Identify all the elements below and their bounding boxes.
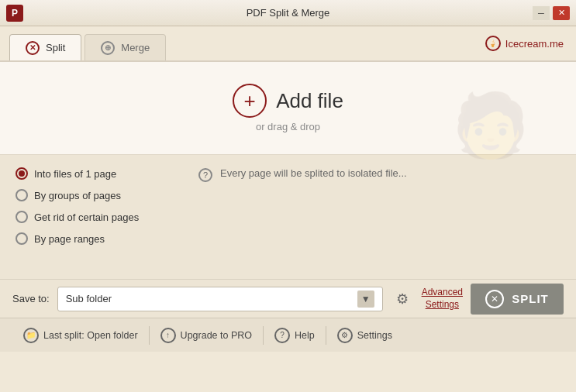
options-area: Into files of 1 page By groups of pages …	[0, 155, 576, 279]
add-file-label: Add file	[276, 89, 343, 113]
radio-by-ranges[interactable]: By page ranges	[16, 232, 171, 245]
save-to-value: Sub folder	[66, 293, 112, 304]
drag-drop-label: or drag & drop	[256, 121, 320, 132]
description-area: ? Every page will be splited to isolated…	[186, 155, 576, 279]
last-split-label: Last split: Open folder	[43, 330, 138, 341]
radio-label-get-rid: Get rid of certain pages	[34, 211, 139, 223]
tab-merge[interactable]: ⊕ Merge	[85, 34, 166, 60]
app-icon: P	[6, 5, 23, 22]
folder-icon: 📁	[23, 328, 39, 343]
save-to-dropdown[interactable]: Sub folder ▼	[57, 287, 383, 311]
watermark: 🧑	[452, 89, 529, 162]
radio-label-into-files: Into files of 1 page	[34, 168, 116, 180]
question-icon: ?	[198, 168, 212, 182]
advanced-label: Advanced	[422, 287, 463, 299]
radio-get-rid[interactable]: Get rid of certain pages	[16, 211, 171, 223]
title-bar: P PDF Split & Merge ─ ✕	[0, 0, 576, 26]
window-title: PDF Split & Merge	[247, 7, 330, 19]
title-bar-controls: ─ ✕	[533, 6, 570, 20]
radio-label-by-groups: By groups of pages	[34, 190, 121, 201]
description-text: Every page will be splited to isolated f…	[220, 167, 407, 179]
radio-btn-into-files	[16, 167, 28, 180]
footer-settings[interactable]: ⚙ Settings	[326, 328, 403, 343]
radio-options: Into files of 1 page By groups of pages …	[0, 155, 186, 279]
footer-upgrade[interactable]: ↑ Upgrade to PRO	[150, 328, 263, 343]
tab-split-label: Split	[46, 42, 65, 53]
merge-tab-icon: ⊕	[101, 41, 115, 55]
add-file-button[interactable]: +	[233, 84, 267, 118]
split-tab-icon: ✕	[26, 41, 40, 55]
settings-icon: ⚙	[337, 328, 353, 343]
split-btn-label: SPLIT	[512, 292, 549, 305]
help-icon: ?	[274, 328, 290, 343]
close-button[interactable]: ✕	[553, 6, 570, 20]
radio-btn-by-groups	[16, 189, 28, 201]
add-file-row: + Add file	[233, 84, 343, 118]
radio-btn-get-rid	[16, 211, 28, 223]
title-bar-left: P	[6, 5, 23, 22]
footer-last-split[interactable]: 📁 Last split: Open folder	[12, 328, 149, 343]
split-button[interactable]: ✕ SPLIT	[471, 284, 564, 315]
footer-help[interactable]: ? Help	[264, 328, 326, 343]
tab-merge-label: Merge	[121, 42, 150, 53]
tab-split[interactable]: ✕ Split	[9, 34, 81, 60]
save-to-label: Save to:	[12, 293, 50, 304]
upgrade-label: Upgrade to PRO	[181, 330, 252, 341]
help-label: Help	[295, 330, 315, 341]
icecream-logo[interactable]: 🍦 Icecream.me	[485, 36, 564, 51]
settings-label: Settings	[426, 299, 459, 311]
split-btn-icon: ✕	[485, 290, 504, 308]
radio-dot	[19, 170, 25, 177]
settings-label: Settings	[357, 330, 392, 341]
footer-bar: 📁 Last split: Open folder ↑ Upgrade to P…	[0, 318, 576, 352]
drop-zone[interactable]: + Add file or drag & drop 🧑	[0, 62, 576, 155]
radio-into-files[interactable]: Into files of 1 page	[16, 167, 171, 180]
radio-by-groups[interactable]: By groups of pages	[16, 189, 171, 201]
radio-btn-by-ranges	[16, 232, 28, 245]
bottom-bar: Save to: Sub folder ▼ ⚙ Advanced Setting…	[0, 279, 576, 318]
radio-label-by-ranges: By page ranges	[34, 233, 105, 245]
minimize-button[interactable]: ─	[533, 6, 550, 20]
settings-gear-icon[interactable]: ⚙	[391, 287, 414, 311]
upgrade-icon: ↑	[160, 328, 176, 343]
advanced-settings-link[interactable]: Advanced Settings	[422, 287, 463, 311]
tab-bar: ✕ Split ⊕ Merge 🍦 Icecream.me	[0, 26, 576, 62]
icecream-label: Icecream.me	[505, 38, 564, 50]
icecream-icon: 🍦	[485, 36, 501, 51]
dropdown-arrow-icon: ▼	[357, 291, 374, 308]
